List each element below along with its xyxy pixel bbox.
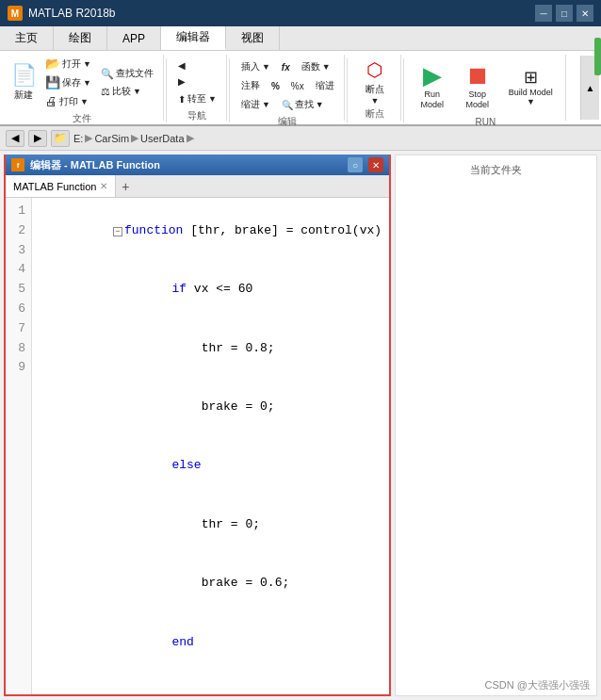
sep3: ▶	[187, 132, 194, 144]
editor-panel-title: 编辑器 - MATLAB Function	[30, 158, 160, 172]
titlebar: M MATLAB R2018b ─ □ ✕	[0, 0, 601, 26]
nav-path: E: ▶ CarSim ▶ UserData ▶	[73, 132, 194, 144]
divider1	[166, 58, 167, 122]
ribbon-group-nav: ◀ ▶ ⬆转至▼ 导航	[169, 55, 227, 121]
ribbon-group-file: 📄 新建 📂打开▼ 💾保存▼ 🖨打印▼ 🔍查找文件	[2, 55, 164, 121]
nav-segment-userdata[interactable]: UserData	[140, 133, 184, 144]
green-indicator	[594, 38, 601, 75]
code-line-3: thr = 0.8;	[40, 319, 382, 378]
ln-5: 5	[11, 280, 25, 300]
search-button[interactable]: 🔍查找▼	[278, 96, 328, 113]
nav-folder-btn[interactable]: 📁	[51, 130, 70, 147]
sep2: ▶	[131, 132, 138, 144]
tab-editor[interactable]: 编辑器	[161, 26, 226, 50]
nav-forward-button[interactable]: ▶	[174, 74, 189, 89]
code-line-9	[40, 672, 382, 692]
code-line-8: end	[40, 613, 382, 672]
ribbon-toolbar: 📄 新建 📂打开▼ 💾保存▼ 🖨打印▼ 🔍查找文件	[0, 51, 601, 126]
code-line-5: else	[40, 437, 382, 496]
ln-9: 9	[11, 358, 25, 378]
nav-segment-e[interactable]: E:	[73, 133, 83, 144]
stop-model-button[interactable]: ⏹ StopModel	[457, 58, 498, 115]
titlebar-title: MATLAB R2018b	[28, 7, 116, 20]
goto-button[interactable]: ⬆转至▼	[174, 90, 220, 107]
editor-container: f 编辑器 - MATLAB Function ○ ✕ MATLAB Funct…	[0, 151, 601, 700]
ln-7: 7	[11, 319, 25, 339]
code-area[interactable]: 1 2 3 4 5 6 7 8 9 −function [thr, brake]…	[6, 198, 389, 694]
new-tab-button[interactable]: +	[116, 175, 135, 197]
run-group-label: RUN	[476, 115, 496, 127]
watermark: CSDN @大强强小强强	[485, 678, 590, 692]
editor-panel-icon: f	[11, 158, 24, 171]
ribbon-group-edit: 插入▼ fx 函数▼ 注释 % %x	[232, 55, 345, 121]
divider3	[347, 58, 348, 122]
editor-panel-titlebar: f 编辑器 - MATLAB Function ○ ✕	[6, 155, 389, 175]
code-content[interactable]: −function [thr, brake] = control(vx) if …	[32, 198, 389, 694]
compare-button[interactable]: ⚖比较▼	[97, 83, 157, 100]
nav-forward-btn[interactable]: ▶	[28, 130, 47, 147]
ln-6: 6	[11, 300, 25, 319]
fx-button[interactable]: fx	[278, 60, 294, 74]
insert-button[interactable]: 插入▼	[237, 58, 274, 75]
percentx-button[interactable]: %x	[287, 79, 308, 93]
stop-icon: ⏹	[465, 63, 490, 88]
editor-tabs: MATLAB Function ✕ +	[6, 175, 389, 198]
current-file-label: 当前文件夹	[470, 163, 522, 177]
function-dropdown[interactable]: 函数▼	[298, 58, 334, 75]
divider2	[229, 58, 230, 122]
edit-group-label: 编辑	[278, 113, 297, 128]
nav-back-btn[interactable]: ◀	[6, 130, 24, 147]
line-numbers: 1 2 3 4 5 6 7 8 9	[6, 198, 32, 694]
tab-label: MATLAB Function	[13, 181, 96, 192]
right-panel: 当前文件夹	[395, 155, 597, 696]
open-button[interactable]: 📂打开▼	[41, 55, 95, 73]
findfile-button[interactable]: 🔍查找文件	[97, 65, 157, 82]
percent-button[interactable]: %	[268, 79, 284, 93]
ln-8: 8	[11, 339, 25, 359]
matlab-function-tab[interactable]: MATLAB Function ✕	[6, 175, 116, 197]
collapse-icon-1[interactable]: −	[113, 227, 122, 236]
tab-home[interactable]: 主页	[0, 26, 54, 50]
ln-4: 4	[11, 260, 25, 280]
navbr: ◀ ▶ 📁 E: ▶ CarSim ▶ UserData ▶	[0, 126, 601, 151]
indent-button[interactable]: 缩进▼	[237, 96, 274, 113]
ribbon-group-run: ▶ RunModel ⏹ StopModel ⊞ Build Model ▼ R…	[406, 55, 566, 121]
tab-app[interactable]: APP	[107, 26, 161, 50]
print-button[interactable]: 🖨打印▼	[41, 92, 95, 110]
divider4	[403, 58, 404, 122]
code-line-6: thr = 0;	[40, 496, 382, 554]
ln-3: 3	[11, 241, 25, 261]
tab-close-icon[interactable]: ✕	[100, 181, 107, 191]
window-controls: ─ □ ✕	[535, 5, 593, 22]
close-button[interactable]: ✕	[577, 5, 593, 22]
panel-close-button[interactable]: ✕	[368, 157, 383, 172]
ln-2: 2	[11, 221, 25, 241]
run-icon: ▶	[423, 63, 442, 88]
build-model-button[interactable]: ⊞ Build Model ▼	[502, 58, 560, 115]
ln-1: 1	[11, 202, 25, 221]
matlab-icon: M	[8, 6, 23, 21]
breakpoint-button[interactable]: ⬡ 断点 ▼	[358, 58, 392, 106]
run-model-button[interactable]: ▶ RunModel	[412, 58, 453, 115]
code-line-2: if vx <= 60	[40, 260, 382, 318]
maximize-button[interactable]: □	[556, 5, 573, 22]
editor-panel: f 编辑器 - MATLAB Function ○ ✕ MATLAB Funct…	[4, 155, 391, 696]
sep1: ▶	[85, 132, 92, 144]
ribbon-tabs: 主页 绘图 APP 编辑器 视图	[0, 26, 601, 51]
breakpoints-group-label: 断点	[365, 106, 384, 121]
file-group-label: 文件	[73, 110, 91, 125]
code-line-4: brake = 0;	[40, 378, 382, 436]
code-line-7: brake = 0.6;	[40, 554, 382, 612]
nav-back-button[interactable]: ◀	[174, 58, 189, 73]
comment-button[interactable]: 注释	[237, 77, 264, 94]
tab-plot[interactable]: 绘图	[54, 26, 107, 50]
ribbon-group-breakpoints: ⬡ 断点 ▼ 断点	[349, 55, 401, 121]
new-button[interactable]: 📄 新建	[8, 62, 40, 104]
minimize-button[interactable]: ─	[535, 5, 552, 22]
nav-group-label: 导航	[187, 107, 206, 122]
nav-segment-carsim[interactable]: CarSim	[94, 133, 129, 144]
save-button[interactable]: 💾保存▼	[41, 73, 95, 91]
tab-view[interactable]: 视图	[226, 26, 280, 50]
shrink-button[interactable]: 缩进	[312, 77, 338, 94]
panel-minimize-button[interactable]: ○	[348, 157, 363, 172]
